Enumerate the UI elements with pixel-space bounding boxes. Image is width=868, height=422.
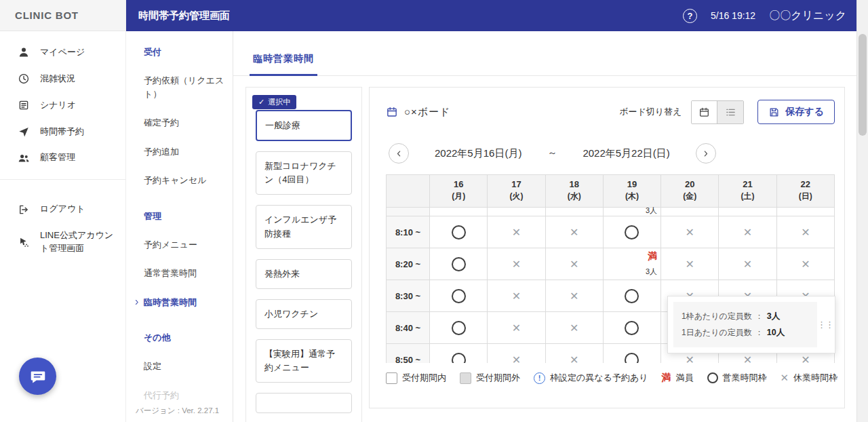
slot-cell[interactable]: ✕: [488, 248, 545, 280]
slot-cell[interactable]: ✕: [545, 248, 603, 280]
menu-item-card[interactable]: 新型コロナワクチン（4回目）: [256, 151, 352, 195]
open-slot-mark[interactable]: [452, 225, 466, 239]
time-label: [387, 208, 430, 216]
slot-cell[interactable]: [603, 280, 660, 312]
slot-cell[interactable]: [719, 208, 776, 216]
slot-cell[interactable]: [430, 312, 488, 344]
slot-cell[interactable]: [545, 208, 603, 216]
slot-cell[interactable]: [488, 208, 545, 216]
closed-slot-mark[interactable]: ✕: [512, 354, 521, 363]
closed-slot-mark[interactable]: ✕: [801, 258, 810, 270]
prev-week-button[interactable]: [389, 143, 409, 164]
closed-slot-mark[interactable]: ✕: [686, 354, 694, 363]
closed-slot-mark[interactable]: ✕: [686, 227, 694, 238]
slot-cell[interactable]: ✕: [776, 216, 834, 248]
open-slot-mark[interactable]: [452, 321, 466, 335]
scrollbar-thumb[interactable]: [859, 34, 867, 136]
slot-cell[interactable]: ✕: [545, 312, 603, 344]
nav-item-regular-hours[interactable]: 通常営業時間: [144, 267, 227, 280]
menu-item-card[interactable]: 【実験用】通常予約メニュー: [256, 339, 352, 383]
slot-cell[interactable]: [430, 216, 488, 248]
slot-cell[interactable]: 3人: [603, 208, 660, 216]
slot-cell[interactable]: ✕: [776, 248, 834, 280]
closed-slot-mark[interactable]: ✕: [512, 227, 521, 238]
slot-cell[interactable]: ✕: [719, 248, 776, 280]
calendar-view-button[interactable]: [692, 101, 717, 123]
closed-slot-mark[interactable]: ✕: [512, 258, 521, 270]
open-slot-mark[interactable]: [625, 321, 639, 335]
sidebar-item-line-admin[interactable]: LINE公式アカウント管理画面: [0, 223, 125, 262]
menu-item-card[interactable]: インフルエンザ予防接種: [256, 205, 352, 248]
open-slot-mark[interactable]: [452, 257, 466, 271]
slot-cell[interactable]: ✕: [661, 248, 719, 280]
menu-item-card[interactable]: [256, 393, 352, 413]
content-row: 受付予約依頼（リクエスト）確定予約予約追加予約キャンセル管理予約メニュー通常営業…: [126, 31, 868, 422]
sidebar-item-congestion[interactable]: 混雑状況: [0, 66, 125, 92]
slot-cell[interactable]: ✕: [545, 344, 603, 363]
slot-cell[interactable]: ✕: [488, 216, 545, 248]
nav-section: 管理予約メニュー通常営業時間臨時営業時間: [144, 210, 227, 309]
slot-cell[interactable]: ✕: [488, 280, 545, 312]
closed-slot-mark[interactable]: ✕: [570, 354, 578, 363]
slot-cell[interactable]: [430, 280, 488, 312]
slot-cell[interactable]: ✕: [545, 280, 603, 312]
sidebar-item-logout[interactable]: ログアウト: [0, 196, 125, 223]
slot-cell[interactable]: ✕: [661, 216, 719, 248]
tab-temporary-hours[interactable]: 臨時営業時間: [250, 53, 317, 76]
closed-slot-mark[interactable]: ✕: [512, 290, 521, 302]
sidebar-item-my-page[interactable]: マイページ: [0, 39, 125, 66]
sidebar-item-scenario[interactable]: シナリオ: [0, 92, 125, 119]
menu-item-card[interactable]: 一般診療: [256, 110, 352, 141]
slot-cell[interactable]: [430, 248, 488, 280]
slot-cell[interactable]: [661, 208, 719, 216]
closed-slot-mark[interactable]: ✕: [570, 290, 578, 302]
open-slot-mark[interactable]: [625, 225, 639, 239]
closed-slot-mark[interactable]: ✕: [743, 354, 752, 363]
closed-slot-mark[interactable]: ✕: [743, 227, 752, 238]
closed-slot-mark[interactable]: ✕: [801, 354, 810, 363]
nav-item-reservation-menu[interactable]: 予約メニュー: [144, 238, 227, 252]
nav-section-heading: その他: [144, 332, 227, 344]
open-slot-mark[interactable]: [625, 353, 639, 363]
slot-cell[interactable]: [776, 208, 834, 216]
closed-slot-mark[interactable]: ✕: [570, 227, 578, 238]
sidebar-item-time-slot-reservation[interactable]: 時間帯予約: [0, 119, 125, 145]
drag-handle-icon[interactable]: ⋮⋮: [817, 320, 829, 330]
nav-item-cancel-reservation[interactable]: 予約キャンセル: [144, 174, 227, 187]
nav-item-add-reservation[interactable]: 予約追加: [144, 145, 227, 159]
page-scrollbar[interactable]: [856, 0, 868, 422]
closed-slot-mark[interactable]: ✕: [686, 258, 694, 270]
nav-item-settings[interactable]: 設定: [144, 360, 227, 373]
nav-item-reservation-request[interactable]: 予約依頼（リクエスト）: [144, 74, 227, 100]
slot-cell[interactable]: [430, 208, 488, 216]
closed-slot-mark[interactable]: ✕: [570, 258, 578, 270]
nav-item-confirmed-reservation[interactable]: 確定予約: [144, 116, 227, 130]
menu-item-card[interactable]: 小児ワクチン: [256, 299, 352, 329]
sidebar-item-customer-management[interactable]: 顧客管理: [0, 145, 125, 171]
slot-cell[interactable]: ✕: [488, 312, 545, 344]
open-slot-mark[interactable]: [452, 353, 466, 363]
save-button[interactable]: 保存する: [757, 100, 835, 124]
nav-item-temporary-hours[interactable]: 臨時営業時間: [132, 296, 227, 309]
slot-cell[interactable]: ✕: [545, 216, 603, 248]
help-button[interactable]: ?: [683, 9, 697, 23]
open-slot-mark[interactable]: [452, 289, 466, 303]
app-logo: CLINIC BOT: [0, 0, 125, 31]
slot-cell[interactable]: [430, 344, 488, 363]
day-weekday: (木): [604, 191, 660, 202]
closed-slot-mark[interactable]: ✕: [512, 322, 521, 334]
slot-cell[interactable]: [603, 312, 660, 344]
list-view-button[interactable]: [717, 101, 743, 123]
slot-cell[interactable]: ✕: [719, 216, 776, 248]
closed-slot-mark[interactable]: ✕: [743, 258, 752, 270]
slot-cell[interactable]: 満3人: [603, 248, 660, 280]
chat-fab-button[interactable]: [19, 358, 56, 395]
open-slot-mark[interactable]: [625, 289, 639, 303]
slot-cell[interactable]: [603, 344, 660, 363]
closed-slot-mark[interactable]: ✕: [570, 322, 578, 334]
menu-item-card[interactable]: 発熱外来: [256, 259, 352, 289]
next-week-button[interactable]: [696, 143, 716, 164]
slot-cell[interactable]: [603, 216, 660, 248]
slot-cell[interactable]: ✕: [488, 344, 545, 363]
closed-slot-mark[interactable]: ✕: [801, 227, 810, 238]
